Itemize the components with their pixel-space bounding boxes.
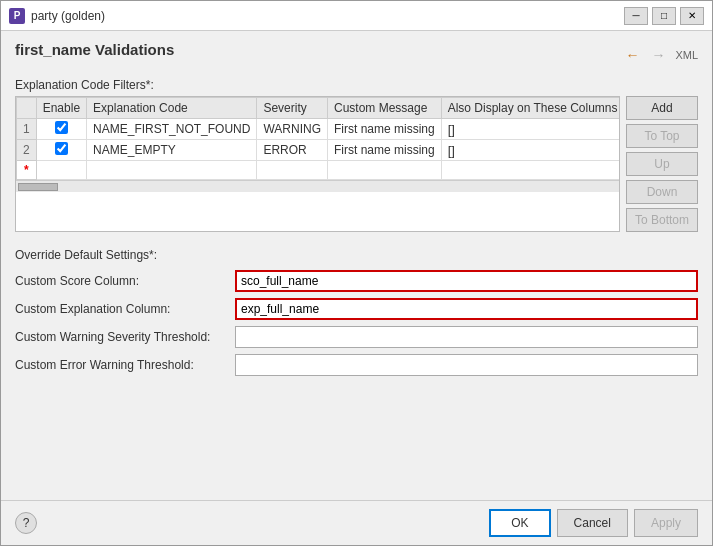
display-cell-2: [] <box>441 140 620 161</box>
horizontal-scrollbar[interactable] <box>16 180 619 192</box>
filters-table: Enable Explanation Code Severity Custom … <box>16 97 620 180</box>
custom-error-label: Custom Error Warning Threshold: <box>15 358 235 372</box>
col-severity: Severity <box>257 98 328 119</box>
severity-cell-1: WARNING <box>257 119 328 140</box>
custom-warning-label: Custom Warning Severity Threshold: <box>15 330 235 344</box>
new-row-severity <box>257 161 328 180</box>
row-num-asterisk: * <box>17 161 37 180</box>
window-controls: ─ □ ✕ <box>624 7 704 25</box>
custom-warning-input-wrapper <box>235 326 698 348</box>
custom-score-input[interactable] <box>235 270 698 292</box>
enable-checkbox-2[interactable] <box>55 142 68 155</box>
override-label: Override Default Settings*: <box>15 248 698 262</box>
page-title-row: first_name Validations ← → XML <box>15 41 698 68</box>
window-title: party (golden) <box>31 9 624 23</box>
side-buttons: Add To Top Up Down To Bottom <box>626 96 698 232</box>
minimize-button[interactable]: ─ <box>624 7 648 25</box>
add-button[interactable]: Add <box>626 96 698 120</box>
main-window: P party (golden) ─ □ ✕ first_name Valida… <box>0 0 713 546</box>
custom-error-input-wrapper <box>235 354 698 376</box>
table-area: Enable Explanation Code Severity Custom … <box>15 96 698 232</box>
custom-score-row: Custom Score Column: <box>15 270 698 292</box>
scrollbar-thumb[interactable] <box>18 183 58 191</box>
to-top-button[interactable]: To Top <box>626 124 698 148</box>
filters-section: Explanation Code Filters*: Enable Explan… <box>15 78 698 242</box>
display-cell-1: [] <box>441 119 620 140</box>
help-button[interactable]: ? <box>15 512 37 534</box>
filters-label: Explanation Code Filters*: <box>15 78 698 92</box>
cancel-button[interactable]: Cancel <box>557 509 628 537</box>
new-row-enable <box>36 161 86 180</box>
col-rownum <box>17 98 37 119</box>
custom-score-input-wrapper <box>235 270 698 292</box>
back-icon[interactable]: ← <box>621 44 643 66</box>
new-row-code <box>87 161 257 180</box>
custom-explanation-row: Custom Explanation Column: <box>15 298 698 320</box>
col-code: Explanation Code <box>87 98 257 119</box>
custom-warning-input[interactable] <box>235 326 698 348</box>
enable-cell-1[interactable] <box>36 119 86 140</box>
close-button[interactable]: ✕ <box>680 7 704 25</box>
to-bottom-button[interactable]: To Bottom <box>626 208 698 232</box>
custom-error-input[interactable] <box>235 354 698 376</box>
custom-explanation-input-wrapper <box>235 298 698 320</box>
table-row: 2 NAME_EMPTY ERROR First name missing [] <box>17 140 620 161</box>
table-container: Enable Explanation Code Severity Custom … <box>15 96 620 232</box>
page-title: first_name Validations <box>15 41 174 58</box>
message-cell-1: First name missing <box>327 119 441 140</box>
custom-warning-row: Custom Warning Severity Threshold: <box>15 326 698 348</box>
xml-label: XML <box>675 49 698 61</box>
custom-explanation-label: Custom Explanation Column: <box>15 302 235 316</box>
forward-icon[interactable]: → <box>647 44 669 66</box>
code-cell-1: NAME_FIRST_NOT_FOUND <box>87 119 257 140</box>
up-button[interactable]: Up <box>626 152 698 176</box>
message-cell-2: First name missing <box>327 140 441 161</box>
toolbar-icons: ← → XML <box>621 44 698 66</box>
enable-checkbox-1[interactable] <box>55 121 68 134</box>
col-display: Also Display on These Columns <box>441 98 620 119</box>
content-area: first_name Validations ← → XML Explanati… <box>1 31 712 500</box>
table-header-row: Enable Explanation Code Severity Custom … <box>17 98 620 119</box>
row-num-1: 1 <box>17 119 37 140</box>
col-message: Custom Message <box>327 98 441 119</box>
apply-button[interactable]: Apply <box>634 509 698 537</box>
bottom-left: ? <box>15 512 37 534</box>
new-row-display <box>441 161 620 180</box>
bottom-right: OK Cancel Apply <box>489 509 698 537</box>
new-row: * <box>17 161 620 180</box>
severity-cell-2: ERROR <box>257 140 328 161</box>
new-row-message <box>327 161 441 180</box>
bottom-bar: ? OK Cancel Apply <box>1 500 712 545</box>
table-row: 1 NAME_FIRST_NOT_FOUND WARNING First nam… <box>17 119 620 140</box>
custom-error-row: Custom Error Warning Threshold: <box>15 354 698 376</box>
custom-explanation-input[interactable] <box>235 298 698 320</box>
app-icon: P <box>9 8 25 24</box>
custom-score-label: Custom Score Column: <box>15 274 235 288</box>
row-num-2: 2 <box>17 140 37 161</box>
title-bar: P party (golden) ─ □ ✕ <box>1 1 712 31</box>
col-enable: Enable <box>36 98 86 119</box>
maximize-button[interactable]: □ <box>652 7 676 25</box>
code-cell-2: NAME_EMPTY <box>87 140 257 161</box>
override-section: Override Default Settings*: Custom Score… <box>15 248 698 382</box>
ok-button[interactable]: OK <box>489 509 550 537</box>
down-button[interactable]: Down <box>626 180 698 204</box>
enable-cell-2[interactable] <box>36 140 86 161</box>
